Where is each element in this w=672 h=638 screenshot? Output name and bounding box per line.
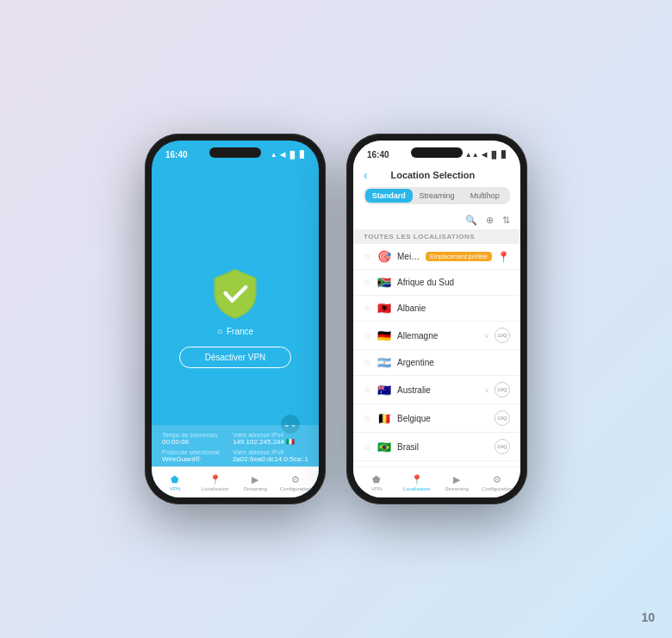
country-row-6[interactable]: ☆ 🇧🇷 Brasil 10Q — [353, 433, 520, 461]
tab-bar: Standard Streaming Multihop — [364, 187, 510, 204]
star-icon-3[interactable]: ☆ — [364, 358, 371, 367]
star-icon-4[interactable]: ☆ — [364, 385, 371, 395]
streaming-icon: ▶ — [252, 474, 258, 485]
deactivate-vpn-button[interactable]: Désactiver VPN — [179, 347, 291, 368]
streaming-icon-2: ▶ — [453, 474, 460, 485]
filter-icon[interactable]: ⊕ — [486, 215, 494, 226]
country-row-4[interactable]: ☆ 🇦🇺 Australie ∨ 10Q — [353, 376, 520, 404]
bottom-nav-2: ⬟ VPN 📍 Localisation ▶ Streaming ⚙ Confi… — [353, 466, 520, 497]
nav-localisation-2[interactable]: 📍 Localisation — [397, 474, 438, 491]
chevron-icon-2: ∨ — [484, 332, 489, 340]
tab-standard[interactable]: Standard — [365, 189, 413, 203]
watermark: 10 — [641, 610, 655, 624]
multihop-badge-6: 10Q — [495, 439, 510, 454]
star-icon-2[interactable]: ☆ — [364, 331, 371, 341]
preferred-badge: Emplacement préféré — [426, 252, 492, 261]
country-row-3[interactable]: ☆ 🇦🇷 Argentine — [353, 350, 520, 376]
best-location-item[interactable]: ☆ 🎯 Meilleure locali... Emplacement préf… — [353, 244, 520, 270]
location-list: ☆ 🎯 Meilleure locali... Emplacement préf… — [353, 244, 520, 466]
bottom-nav-1: ⬟ VPN 📍 Localisation ▶ Streaming ⚙ Confi… — [152, 466, 319, 497]
nav-streaming-2[interactable]: ▶ Streaming — [437, 474, 477, 491]
country-row-1[interactable]: ☆ 🇦🇱 Albanie — [353, 296, 520, 322]
ipv4-address: Votre adresse IPv4 149.102.245.244 🇮🇹 — [233, 432, 308, 446]
info-panel: Temps de connexion 00:00:06 Votre adress… — [152, 425, 319, 466]
nav-config-1[interactable]: ⚙ Configuration — [276, 474, 316, 491]
page-title: Location Selection — [373, 170, 493, 180]
back-button[interactable]: ‹ — [364, 168, 368, 182]
country-row-0[interactable]: ☆ 🇿🇦 Afrique du Sud — [353, 270, 520, 296]
dynamic-island-1 — [209, 147, 261, 158]
multihop-badge-5: 10Q — [495, 410, 510, 426]
phone-2: 16:40 ▲▲ ◀ ▐▌ ▊ ‹ Location Selection Sta… — [346, 134, 527, 504]
status-icons-1: ▲ ◀ ▐▌ ▊ — [271, 151, 305, 159]
vpn-icon: ⬟ — [171, 474, 179, 485]
config-icon: ⚙ — [291, 474, 300, 485]
search-icon[interactable]: 🔍 — [465, 215, 477, 226]
star-icon-1[interactable]: ☆ — [364, 303, 371, 313]
nav-vpn-2[interactable]: ⬟ VPN — [357, 474, 397, 491]
country-row-2[interactable]: ☆ 🇩🇪 Allemagne ∨ 10Q — [353, 322, 520, 350]
vpn-icon-2: ⬟ — [372, 474, 381, 485]
location-title-row: ‹ Location Selection — [364, 168, 510, 182]
nav-vpn-1[interactable]: ⬟ VPN — [155, 474, 196, 491]
nav-streaming-1[interactable]: ▶ Streaming — [235, 474, 276, 491]
star-icon-6[interactable]: ☆ — [364, 442, 371, 452]
tab-streaming[interactable]: Streaming — [414, 189, 461, 203]
multihop-badge-4: 10Q — [495, 382, 510, 397]
nav-config-2[interactable]: ⚙ Configuration — [477, 474, 518, 491]
chevron-icon-4: ∨ — [484, 386, 489, 394]
location-header: ‹ Location Selection Standard Streaming … — [353, 165, 520, 211]
current-location: ⊙ France — [217, 327, 253, 336]
dynamic-island-2 — [411, 147, 463, 158]
section-label: TOUTES LES LOCALISATIONS — [353, 229, 520, 244]
location-icon: 📍 — [209, 474, 221, 485]
country-row-5[interactable]: ☆ 🇧🇪 Belgique 10Q — [353, 404, 520, 433]
ipv6-address: Votre adresse IPv6 2a02:6ea0:dc14:0:5ca:… — [233, 449, 308, 463]
multihop-badge-2: 10Q — [495, 328, 510, 343]
pin-icon: 📍 — [497, 251, 510, 263]
time-2: 16:40 — [367, 150, 389, 160]
nav-localisation-1[interactable]: 📍 Localisation — [196, 474, 236, 491]
protocol: Protocole sélectionné WireGuard® — [162, 449, 229, 463]
tab-multihop[interactable]: Multihop — [461, 189, 508, 203]
status-icons-2: ▲▲ ◀ ▐▌ ▊ — [465, 151, 507, 159]
time-1: 16:40 — [165, 150, 188, 160]
star-icon-5[interactable]: ☆ — [364, 414, 371, 423]
best-location-name: Meilleure locali... — [397, 252, 420, 261]
shield-icon — [205, 263, 265, 327]
phone-1: 16:40 ▲ ◀ ▐▌ ▊ — [145, 134, 326, 504]
star-icon-best[interactable]: ☆ — [364, 252, 371, 261]
config-icon-2: ⚙ — [493, 474, 501, 485]
search-row: 🔍 ⊕ ⇅ — [353, 211, 520, 229]
connection-time: Temps de connexion 00:00:06 — [162, 432, 229, 446]
best-location-flag: 🎯 — [376, 250, 392, 263]
star-icon-0[interactable]: ☆ — [364, 278, 371, 287]
location-icon-2: 📍 — [411, 474, 423, 485]
sort-icon[interactable]: ⇅ — [502, 215, 510, 226]
